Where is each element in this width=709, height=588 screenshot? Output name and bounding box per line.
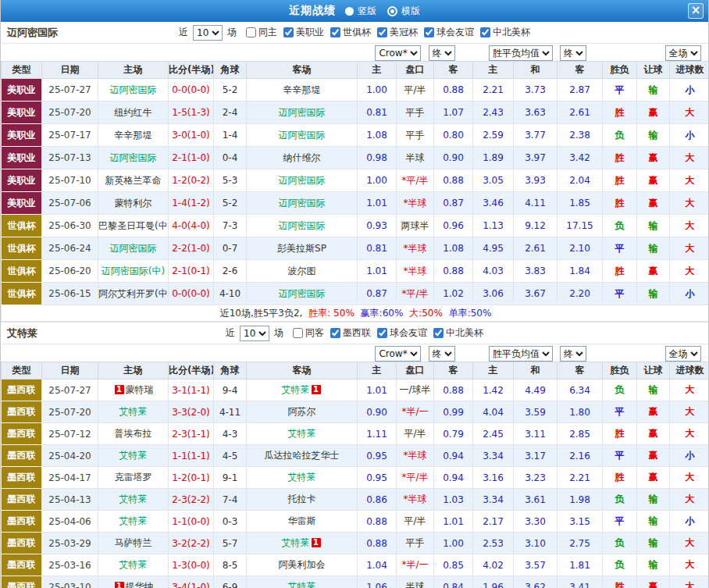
odds-time-select[interactable]: 终: [429, 346, 455, 362]
team-name-text: 迈阿密国际: [279, 288, 326, 299]
league-badge: 美职业: [2, 102, 42, 124]
handicap-result: 赢: [637, 192, 670, 215]
team-name-text: 迈阿密国际(中): [102, 265, 165, 276]
corner-score: 0-3: [214, 511, 247, 533]
home-handicap-odds: 0.87: [358, 283, 397, 305]
goals-result: 大: [670, 467, 709, 489]
scope-select[interactable]: 全场: [665, 346, 701, 362]
layout-horizontal-radio[interactable]: 横版: [387, 5, 420, 18]
near-label: 近: [179, 26, 188, 39]
avg-away-odds: 3.41: [558, 576, 603, 588]
away-team: 艾特莱1: [247, 533, 358, 554]
avg-odds-select[interactable]: 胜平负均值: [489, 346, 553, 362]
scope-select[interactable]: 全场: [665, 45, 701, 61]
league-badge: 墨西联: [2, 511, 42, 533]
league-filter-checkbox[interactable]: [377, 328, 387, 338]
col-result: 胜负: [603, 62, 637, 79]
avg-draw-odds: 3.73: [514, 79, 558, 102]
league-filter-label: 美职业: [296, 26, 324, 39]
home-handicap-odds: 0.93: [358, 215, 397, 237]
league-filter-checkbox[interactable]: [330, 328, 340, 338]
handicap-result: 赢: [637, 576, 670, 588]
score: 3-2(2-2): [169, 533, 214, 554]
venue-filter-checkbox[interactable]: [246, 27, 256, 37]
league-badge: 世俱杯: [2, 215, 42, 237]
match-date: 25-03-29: [42, 533, 98, 554]
avg-away-odds: 1.81: [558, 554, 603, 576]
league-filter-checkbox[interactable]: [330, 27, 340, 37]
avg-odds-select[interactable]: 胜平负均值: [489, 45, 553, 61]
col-odds-away: 客: [434, 362, 473, 380]
col-avg-away: 客: [558, 362, 603, 380]
match-result: 平: [603, 79, 637, 102]
league-filter[interactable]: 世俱杯: [330, 26, 371, 39]
handicap-line: *半球: [397, 260, 434, 283]
home-handicap-odds: 0.86: [358, 489, 397, 511]
league-filter-label: 世俱杯: [343, 26, 371, 39]
goals-result: 大: [670, 102, 709, 124]
score: 2-1(0-1): [169, 260, 214, 283]
home-handicap-odds: 1.08: [358, 124, 397, 147]
handicap-result: 赢: [637, 423, 670, 445]
match-count-select[interactable]: 10: [240, 326, 269, 341]
venue-filter-checkbox[interactable]: [293, 328, 303, 338]
league-filter[interactable]: 中北美杯: [433, 326, 483, 340]
match-row: 墨西联25-03-29马萨特兰3-2(2-2)5-7艾特莱10.88平手1.00…: [2, 533, 709, 554]
league-filter[interactable]: 美冠杯: [377, 26, 418, 39]
close-icon[interactable]: ×: [688, 3, 704, 19]
goals-result: 小: [670, 124, 709, 147]
league-filter-label: 中北美杯: [493, 26, 530, 39]
home-handicap-odds: 0.81: [358, 237, 397, 260]
league-filter-checkbox[interactable]: [283, 27, 294, 37]
match-date: 25-07-27: [42, 380, 98, 401]
bookmaker-select[interactable]: Crow*: [375, 346, 421, 362]
goals-result: 大: [670, 192, 709, 215]
league-filter-label: 球会友谊: [390, 326, 427, 340]
col-result: 胜负: [603, 362, 637, 380]
venue-filter[interactable]: 同客: [293, 326, 324, 340]
avg-draw-odds: 3.57: [514, 554, 558, 576]
avg-draw-odds: 3.61: [514, 489, 558, 511]
away-team: 艾特莱: [247, 576, 358, 588]
league-filter-label: 墨西联: [343, 326, 371, 340]
home-team: 新英格兰革命: [98, 169, 169, 192]
league-filter-checkbox[interactable]: [377, 27, 387, 37]
match-rows: 墨西联25-07-271蒙特瑞3-1(1-1)9-4艾特莱11.01一/球半0.…: [2, 380, 709, 588]
match-row: 美职业25-07-06蒙特利尔1-4(1-2)5-2迈阿密国际1.01*半球0.…: [2, 192, 709, 215]
match-count-select[interactable]: 10: [193, 25, 223, 41]
avg-away-odds: 2.21: [558, 467, 603, 489]
avg-time-select[interactable]: 终: [560, 346, 586, 362]
away-team: 托拉卡: [247, 489, 358, 511]
red-card-badge: 1: [115, 385, 124, 394]
league-filter[interactable]: 球会友谊: [424, 26, 474, 39]
red-card-badge: 1: [312, 538, 321, 547]
away-handicap-odds: 0.88: [434, 380, 473, 401]
home-handicap-odds: 0.95: [358, 467, 397, 489]
match-date: 25-07-10: [42, 169, 98, 192]
away-handicap-odds: 1.02: [434, 283, 473, 305]
team-name-text: 艾特莱: [119, 515, 148, 526]
panel-title: 近期战绩: [289, 4, 336, 18]
bookmaker-select[interactable]: Crow*: [375, 45, 421, 61]
score: 1-2(0-1): [169, 467, 214, 489]
away-handicap-odds: 0.94: [434, 467, 473, 489]
league-filter-checkbox[interactable]: [424, 27, 434, 37]
odds-time-select[interactable]: 终: [429, 45, 455, 61]
league-filter[interactable]: 球会友谊: [377, 326, 427, 340]
corner-score: 0-4: [214, 147, 247, 169]
handicap-result: 赢: [637, 401, 670, 423]
home-team: 普埃布拉: [98, 423, 169, 445]
avg-time-select[interactable]: 终: [560, 45, 586, 61]
venue-filter[interactable]: 同主: [246, 26, 277, 39]
league-filter-checkbox[interactable]: [433, 328, 444, 338]
layout-vertical-radio[interactable]: 竖版: [345, 5, 376, 18]
league-filter[interactable]: 墨西联: [330, 326, 371, 340]
league-filter[interactable]: 中北美杯: [480, 26, 530, 39]
home-team: 1提华纳: [98, 576, 169, 588]
league-filter-checkbox[interactable]: [480, 27, 490, 37]
league-filter[interactable]: 美职业: [283, 26, 324, 39]
goals-result: 大: [670, 380, 709, 401]
avg-away-odds: 6.34: [558, 380, 603, 401]
away-team: 瓜达拉哈拉芝华士: [247, 445, 358, 467]
away-team: 彭美拉斯SP: [247, 237, 358, 260]
